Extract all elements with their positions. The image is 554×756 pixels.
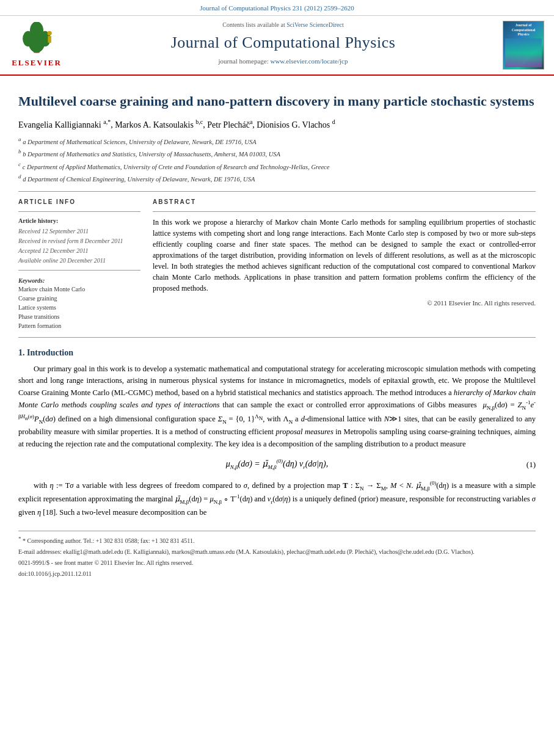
open-access-line: 0021-9991/$ - see front matter © 2011 El… [18, 559, 536, 567]
svg-point-4 [30, 22, 43, 39]
intro-paragraph-1: Our primary goal in this work is to deve… [18, 363, 536, 450]
header-divider [18, 191, 536, 192]
journal-homepage: journal homepage: www.elsevier.com/locat… [73, 57, 493, 66]
keyword-1: Markov chain Monte Carlo [18, 285, 140, 294]
sciverse-link[interactable]: SciVerse ScienceDirect [286, 21, 344, 28]
affil-c: c c Department of Applied Mathematics, U… [18, 161, 536, 172]
received-date: Received 12 September 2011 [18, 227, 140, 236]
email-footnote: E-mail addresses: ekallig1@math.udel.edu… [18, 548, 536, 556]
keyword-5: Pattern formation [18, 322, 140, 330]
article-title: Multilevel coarse graining and nano-patt… [18, 93, 536, 111]
footer-area: * * Corresponding author. Tel.: +1 302 8… [18, 531, 536, 578]
cover-title: Journal of Computational Physics [512, 23, 536, 37]
journal-title-area: Contents lists available at SciVerse Sci… [67, 21, 499, 70]
accepted-date: Accepted 12 December 2011 [18, 247, 140, 255]
keywords-section: Keywords: Markov chain Monte Carlo Coars… [18, 277, 140, 330]
page: Journal of Computational Physics 231 (20… [0, 0, 554, 756]
journal-citation: Journal of Computational Physics 231 (20… [200, 4, 354, 12]
info-abstract-columns: ARTICLE INFO Article history: Received 1… [18, 198, 536, 331]
keywords-divider [18, 270, 140, 271]
received-revised-date: Received in revised form 8 December 2011 [18, 237, 140, 245]
article-history: Article history: Received 12 September 2… [18, 217, 140, 265]
abstract-copyright: © 2011 Elsevier Inc. All rights reserved… [153, 299, 536, 308]
article-info-column: ARTICLE INFO Article history: Received 1… [18, 198, 140, 331]
formula-1: μN,β(dσ) = μ̄M,β(0)(dη) νr(dσ|η), [226, 457, 328, 472]
journal-citation-bar: Journal of Computational Physics 231 (20… [0, 0, 554, 16]
affil-d: d d Department of Chemical Engineering, … [18, 173, 536, 184]
formula-1-block: μN,β(dσ) = μ̄M,β(0)(dη) νr(dσ|η), (1) [18, 457, 536, 472]
keyword-2: Coarse graining [18, 294, 140, 303]
history-label: Article history: [18, 217, 140, 225]
keywords-label: Keywords: [18, 277, 140, 285]
journal-cover-image: Journal of Computational Physics [503, 21, 544, 70]
body-content: 1. Introduction Our primary goal in this… [18, 346, 536, 518]
corresponding-footnote: * * Corresponding author. Tel.: +1 302 8… [18, 535, 536, 545]
homepage-url[interactable]: www.elsevier.com/locate/jcp [270, 57, 348, 65]
elsevier-tree-icon [15, 22, 58, 56]
elsevier-logo: ELSEVIER [12, 22, 62, 68]
journal-header: ELSEVIER Contents lists available at Sci… [0, 16, 554, 76]
intro-section-title: 1. Introduction [18, 346, 536, 360]
abstract-column: ABSTRACT In this work we propose a hiera… [153, 198, 536, 331]
journal-title: Journal of Computational Physics [73, 32, 493, 54]
formula-1-number: (1) [527, 459, 536, 471]
available-date: Available online 20 December 2011 [18, 256, 140, 265]
elsevier-logo-area: ELSEVIER [6, 21, 67, 70]
journal-cover-area: Journal of Computational Physics [499, 21, 548, 70]
cover-graphic [505, 38, 542, 67]
svg-rect-6 [48, 36, 51, 43]
abstract-body-divider [18, 337, 536, 338]
keyword-4: Phase transitions [18, 313, 140, 321]
affiliations: a a Department of Mathematical Sciences,… [18, 136, 536, 184]
affil-a: a a Department of Mathematical Sciences,… [18, 136, 536, 147]
elsevier-wordmark: ELSEVIER [12, 57, 62, 68]
info-divider [18, 211, 140, 212]
intro-paragraph-2: with η := Tσ a variable with less degree… [18, 479, 536, 519]
article-content: Multilevel coarse graining and nano-patt… [0, 76, 554, 584]
affil-b: b b Department of Mathematics and Statis… [18, 148, 536, 159]
authors-line: Evangelia Kalligiannaki a,*, Markos A. K… [18, 118, 536, 131]
article-info-header: ARTICLE INFO [18, 198, 140, 206]
abstract-header: ABSTRACT [153, 198, 536, 206]
doi-line: doi:10.1016/j.jcp.2011.12.011 [18, 570, 536, 578]
email-addresses: ekallig1@math.udel.edu (E. Kalligiannaki… [63, 548, 474, 555]
abstract-text: In this work we propose a hierarchy of M… [153, 217, 536, 294]
abstract-divider [153, 211, 536, 212]
sciverse-line: Contents lists available at SciVerse Sci… [73, 21, 493, 29]
svg-point-5 [47, 31, 51, 35]
keyword-3: Lattice systems [18, 303, 140, 312]
